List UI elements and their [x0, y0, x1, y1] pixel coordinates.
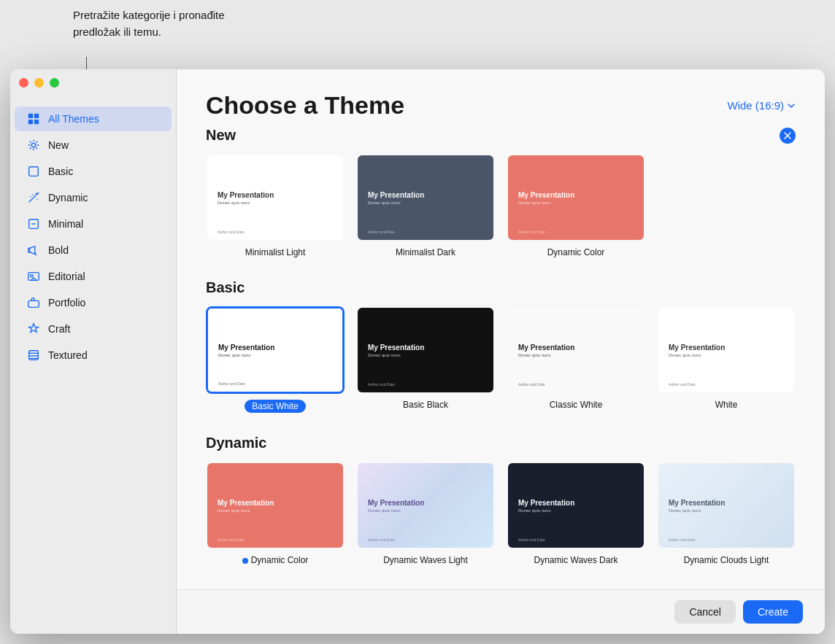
theme-thumbnail-white: My PresentationDonec quis nuncAuthor and…	[657, 306, 796, 394]
theme-card-dynamic-clouds-light[interactable]: My PresentationDonec quis nuncAuthor and…	[657, 462, 796, 565]
theme-thumbnail-minimalist-dark: My PresentationDonec quis nuncAuthor and…	[356, 154, 495, 241]
svg-rect-0	[28, 114, 33, 118]
main-content: Choose a Theme Wide (16:9) NewMy Present…	[177, 69, 825, 634]
theme-label-white: White	[715, 400, 738, 410]
sidebar-item-label: Minimal	[48, 218, 83, 230]
section-header-new: New	[206, 127, 796, 144]
theme-label-basic-black: Basic Black	[403, 400, 448, 410]
sidebar-item-bold[interactable]: Bold	[15, 238, 172, 263]
photo-icon	[26, 269, 41, 284]
theme-label-minimalist-light: Minimalist Light	[245, 247, 306, 257]
footer: Cancel Create	[177, 589, 825, 634]
theme-card-basic-white[interactable]: My PresentationDonec quis nuncAuthor and…	[206, 306, 345, 413]
briefcase-icon	[26, 295, 41, 310]
cancel-button[interactable]: Cancel	[674, 600, 736, 624]
themes-grid-dynamic: My PresentationDonec quis nuncAuthor and…	[206, 462, 796, 565]
sidebar-item-label: Textured	[48, 349, 88, 361]
sidebar-item-label: Editorial	[48, 271, 85, 282]
sidebar-item-label: All Themes	[48, 113, 99, 125]
aspect-label: Wide (16:9)	[727, 99, 784, 112]
sidebar: All Themes New Basic Dynamic Minimal Bol…	[10, 69, 177, 634]
theme-card-minimalist-dark[interactable]: My PresentationDonec quis nuncAuthor and…	[356, 154, 495, 257]
theme-card-white[interactable]: My PresentationDonec quis nuncAuthor and…	[657, 306, 796, 413]
svg-rect-7	[28, 273, 39, 281]
megaphone-icon	[26, 243, 41, 257]
section-title-new: New	[206, 127, 236, 144]
theme-label-minimalist-dark: Minimalist Dark	[396, 247, 455, 257]
svg-rect-1	[34, 114, 39, 118]
sidebar-item-dynamic[interactable]: Dynamic	[15, 185, 172, 210]
theme-thumbnail-classic-white: My PresentationDonec quis nuncAuthor and…	[507, 306, 645, 394]
theme-label-dynamic-clouds-light: Dynamic Clouds Light	[684, 555, 769, 565]
chevron-down-icon	[787, 101, 796, 110]
svg-rect-9	[28, 300, 39, 307]
svg-point-8	[31, 274, 34, 277]
grid-icon	[26, 112, 41, 126]
theme-card-minimalist-light[interactable]: My PresentationDonec quis nuncAuthor and…	[206, 154, 345, 257]
theme-card-dynamic-color[interactable]: My PresentationDonec quis nuncAuthor and…	[507, 154, 645, 257]
section-dynamic: DynamicMy PresentationDonec quis nuncAut…	[206, 435, 796, 565]
page-title: Choose a Theme	[206, 91, 404, 120]
square-icon	[26, 164, 41, 179]
theme-thumbnail-dynamic-waves-light: My PresentationDonec quis nuncAuthor and…	[356, 462, 495, 549]
sidebar-item-editorial[interactable]: Editorial	[15, 264, 172, 289]
tooltip-text: Pretražite kategorije i pronađite predlo…	[73, 9, 225, 38]
themes-scroll-area[interactable]: NewMy PresentationDonec quis nuncAuthor …	[177, 127, 825, 589]
theme-thumbnail-basic-white: My PresentationDonec quis nuncAuthor and…	[206, 306, 345, 394]
theme-chooser-window: All Themes New Basic Dynamic Minimal Bol…	[10, 69, 825, 634]
sparkle-icon	[26, 138, 41, 152]
theme-thumbnail-minimalist-light: My PresentationDonec quis nuncAuthor and…	[206, 154, 345, 241]
theme-label-dynamic-color: Dynamic Color	[547, 247, 605, 257]
theme-card-dynamic-color-2[interactable]: My PresentationDonec quis nuncAuthor and…	[206, 462, 345, 565]
craft-icon	[26, 322, 41, 336]
theme-thumbnail-dynamic-waves-dark: My PresentationDonec quis nuncAuthor and…	[507, 462, 645, 549]
sidebar-item-label: Dynamic	[48, 192, 88, 203]
sidebar-item-portfolio[interactable]: Portfolio	[15, 290, 172, 315]
theme-thumbnail-dynamic-color-2: My PresentationDonec quis nuncAuthor and…	[206, 462, 345, 549]
svg-rect-3	[34, 120, 39, 124]
sidebar-item-textured[interactable]: Textured	[15, 343, 172, 368]
minus-square-icon	[26, 217, 41, 231]
theme-thumbnail-basic-black: My PresentationDonec quis nuncAuthor and…	[356, 306, 495, 394]
sidebar-item-new[interactable]: New	[15, 133, 172, 158]
theme-card-classic-white[interactable]: My PresentationDonec quis nuncAuthor and…	[507, 306, 645, 413]
textured-icon	[26, 348, 41, 362]
sidebar-item-label: Bold	[48, 244, 69, 256]
section-title-dynamic: Dynamic	[206, 435, 266, 451]
themes-grid-basic: My PresentationDonec quis nuncAuthor and…	[206, 306, 796, 413]
theme-thumbnail-dynamic-color: My PresentationDonec quis nuncAuthor and…	[507, 154, 645, 241]
traffic-light-red[interactable]	[19, 78, 28, 88]
close-section-button[interactable]	[780, 128, 796, 144]
sidebar-item-basic[interactable]: Basic	[15, 159, 172, 184]
theme-label-dynamic-waves-dark: Dynamic Waves Dark	[534, 555, 618, 565]
tooltip: Pretražite kategorije i pronađite predlo…	[73, 7, 225, 40]
svg-rect-2	[28, 120, 33, 124]
traffic-light-green[interactable]	[50, 78, 59, 88]
themes-grid-new: My PresentationDonec quis nuncAuthor and…	[206, 154, 796, 257]
section-new: NewMy PresentationDonec quis nuncAuthor …	[206, 127, 796, 257]
svg-rect-4	[29, 167, 39, 176]
theme-thumbnail-dynamic-clouds-light: My PresentationDonec quis nuncAuthor and…	[657, 462, 796, 549]
sidebar-item-minimal[interactable]: Minimal	[15, 212, 172, 236]
wand-icon	[26, 190, 41, 205]
create-button[interactable]: Create	[743, 600, 803, 624]
section-basic: BasicMy PresentationDonec quis nuncAutho…	[206, 279, 796, 413]
aspect-selector[interactable]: Wide (16:9)	[727, 99, 796, 112]
sidebar-item-all-themes[interactable]: All Themes	[15, 106, 172, 131]
section-header-basic: Basic	[206, 279, 796, 296]
main-header: Choose a Theme Wide (16:9)	[177, 69, 825, 127]
section-header-dynamic: Dynamic	[206, 435, 796, 451]
traffic-light-yellow[interactable]	[34, 78, 44, 88]
theme-label-dynamic-waves-light: Dynamic Waves Light	[383, 555, 468, 565]
sidebar-item-label: Basic	[48, 166, 73, 177]
sidebar-item-label: New	[48, 139, 69, 151]
theme-card-dynamic-waves-dark[interactable]: My PresentationDonec quis nuncAuthor and…	[507, 462, 645, 565]
theme-label-classic-white: Classic White	[550, 400, 603, 410]
section-title-basic: Basic	[206, 279, 245, 296]
theme-label-basic-white: Basic White	[245, 400, 305, 413]
sidebar-item-label: Craft	[48, 323, 70, 335]
sidebar-item-craft[interactable]: Craft	[15, 317, 172, 341]
sidebar-item-label: Portfolio	[48, 297, 85, 309]
theme-card-dynamic-waves-light[interactable]: My PresentationDonec quis nuncAuthor and…	[356, 462, 495, 565]
theme-card-basic-black[interactable]: My PresentationDonec quis nuncAuthor and…	[356, 306, 495, 413]
